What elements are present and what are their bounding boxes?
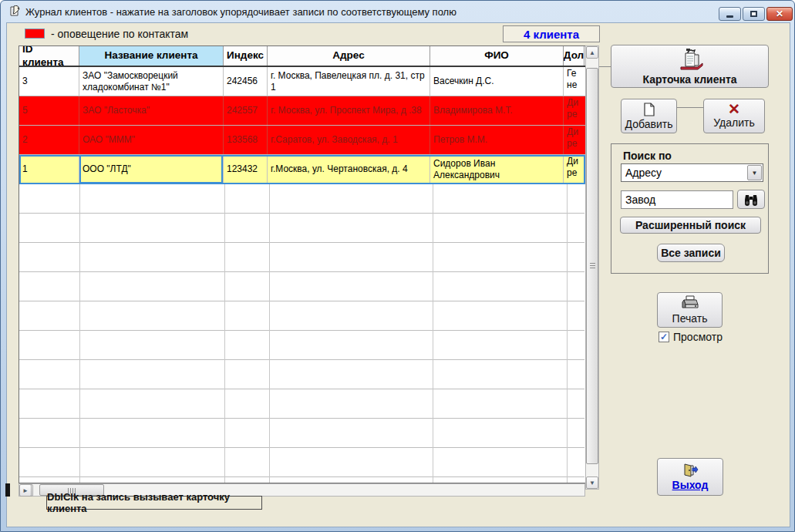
advanced-search-button[interactable]: Расширенный поиск xyxy=(620,217,761,234)
minimize-icon xyxy=(726,15,733,18)
maximize-button[interactable] xyxy=(743,7,765,21)
table-row[interactable]: 3 ЗАО "Замоскворецкий хладокомбинат №1" … xyxy=(19,67,585,96)
cell-id: 2 xyxy=(19,126,79,154)
table-row-alert[interactable]: 2 ОАО "МММ" 133568 г.Саратов, ул. Заводс… xyxy=(19,126,585,155)
cell-name: ЗАО "Замоскворецкий хладокомбинат №1" xyxy=(79,67,224,96)
preview-checkbox-row[interactable]: ✓ Просмотр xyxy=(659,331,723,343)
cell-id: 5 xyxy=(19,96,79,125)
cell-index: 123432 xyxy=(224,155,268,184)
cell-address: г.Москва, ул. Чертановская, д. 4 xyxy=(268,155,430,184)
print-label: Печать xyxy=(672,312,708,325)
cell-id: 3 xyxy=(19,67,79,96)
cell-name: ЗАО "Ласточка" xyxy=(79,96,224,125)
client-card-button[interactable]: Карточка клиента xyxy=(611,45,769,88)
all-records-label: Все записи xyxy=(661,247,721,259)
app-icon xyxy=(8,5,22,18)
scroll-up-button[interactable]: ▲ xyxy=(586,46,598,59)
scroll-right-button[interactable]: ► xyxy=(19,484,32,497)
maximize-icon xyxy=(750,11,757,17)
close-button[interactable]: ✕ xyxy=(766,7,793,21)
thumb-grip xyxy=(590,263,595,269)
column-header-fio[interactable]: ФИО xyxy=(430,46,564,66)
cell-id: 1 xyxy=(19,155,79,184)
cell-address: г. Москва, Павелецкая пл. д. 31, стр 1 xyxy=(268,67,430,96)
close-icon: ✕ xyxy=(776,8,783,19)
cell-address: г.Саратов, ул. Заводская, д. 1 xyxy=(268,126,430,154)
cell-position: Ди ре xyxy=(564,96,584,125)
print-button[interactable]: Печать xyxy=(657,292,723,328)
frame-line xyxy=(677,107,703,108)
binoculars-icon xyxy=(743,194,760,206)
client-card-icon xyxy=(675,47,706,72)
column-header-position[interactable]: Дол xyxy=(564,46,584,66)
cell-name: ОАО "МММ" xyxy=(79,126,224,154)
column-header-index[interactable]: Индекс xyxy=(224,46,268,66)
column-header-address[interactable]: Адрес xyxy=(268,46,430,66)
new-document-icon xyxy=(643,103,655,116)
printer-icon xyxy=(681,295,699,311)
selected-search-field: Адресу xyxy=(622,167,747,179)
app-window: Журнал клиентов - нажатие на заголовок у… xyxy=(0,0,795,532)
cell-name: ООО "ЛТД" xyxy=(79,155,224,184)
column-header-id[interactable]: ID клиента xyxy=(19,46,79,66)
delete-button[interactable]: ✕ Удалить xyxy=(703,99,765,133)
window-title: Журнал клиентов - нажатие на заголовок у… xyxy=(25,6,456,18)
cell-fio: Сидоров Иван Александрович xyxy=(430,155,564,184)
alert-color-swatch xyxy=(25,29,45,39)
preview-checkbox[interactable]: ✓ xyxy=(659,332,669,342)
cell-index: 242456 xyxy=(224,67,268,96)
cell-fio: Владимирова М.Т. xyxy=(430,96,564,125)
delete-x-icon: ✕ xyxy=(728,104,740,115)
delete-label: Удалить xyxy=(713,116,754,129)
clients-table: ID клиента Название клиента Индекс Адрес… xyxy=(19,45,585,483)
legend-label: - оповещение по контактам xyxy=(51,28,188,40)
add-button[interactable]: Добавить xyxy=(621,99,677,133)
column-header-name[interactable]: Название клиента xyxy=(79,46,224,66)
vertical-scroll-thumb[interactable] xyxy=(586,68,598,464)
table-row-alert[interactable]: 5 ЗАО "Ласточка" 242557 г. Москва, ул. П… xyxy=(19,96,585,126)
advanced-search-label: Расширенный поиск xyxy=(635,219,746,231)
cell-position: Ге не xyxy=(564,67,584,96)
client-area: - оповещение по контактам 4 клиента ID к… xyxy=(6,22,790,527)
table-row-selected[interactable]: 1 ООО "ЛТД" 123432 г.Москва, ул. Чертано… xyxy=(19,155,585,184)
dblclk-hint-label: DblClk на запись вызывает карточку клиен… xyxy=(46,496,262,510)
all-records-button[interactable]: Все записи xyxy=(657,244,725,262)
record-indicator-bar xyxy=(5,483,10,497)
table-header-row: ID клиента Название клиента Индекс Адрес… xyxy=(19,46,585,67)
cell-position: Ди ре xyxy=(564,126,584,154)
add-label: Добавить xyxy=(625,118,673,130)
cell-index: 133568 xyxy=(224,126,268,154)
find-button[interactable] xyxy=(737,190,765,209)
cell-fio: Петров М.М. xyxy=(430,126,564,154)
search-field-select[interactable]: Адресу ▼ xyxy=(621,163,763,182)
search-query-input[interactable] xyxy=(621,190,733,209)
preview-label: Просмотр xyxy=(673,331,723,343)
cell-address: г. Москва, ул. Проспект Мира, д .38 xyxy=(268,96,430,125)
exit-door-icon xyxy=(682,463,699,477)
scroll-down-button[interactable]: ▼ xyxy=(586,476,598,489)
frame-line xyxy=(599,66,611,67)
cell-fio: Васечкин Д.С. xyxy=(430,67,564,96)
client-card-label: Карточка клиента xyxy=(642,73,736,86)
client-count-badge: 4 клиента xyxy=(503,25,600,42)
empty-grid-area xyxy=(19,184,584,483)
cell-position: Ди ре xyxy=(564,155,584,184)
titlebar[interactable]: Журнал клиентов - нажатие на заголовок у… xyxy=(1,1,794,22)
exit-button[interactable]: Выход xyxy=(657,458,723,496)
exit-label: Выход xyxy=(672,479,709,491)
cell-index: 242557 xyxy=(224,96,268,125)
minimize-button[interactable] xyxy=(719,7,741,21)
chevron-down-icon[interactable]: ▼ xyxy=(747,165,762,180)
search-by-label: Поиск по xyxy=(623,150,672,162)
vertical-scrollbar[interactable]: ▲ ▼ xyxy=(585,45,599,490)
